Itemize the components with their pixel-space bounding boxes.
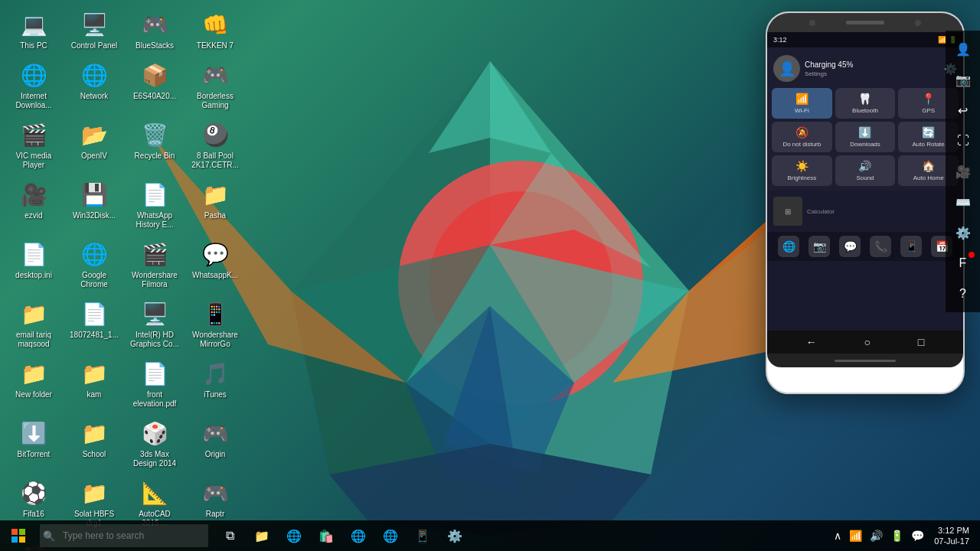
- profile-btn[interactable]: 👤: [949, 34, 978, 64]
- desktop-icon-bluestacks[interactable]: 🎮 BlueStacks: [127, 6, 182, 54]
- icon-image-pasha: 📁: [200, 179, 230, 210]
- desktop-icon-intel-hd[interactable]: 🖥️ Intel(R) HD Graphics Co...: [127, 295, 182, 352]
- phone-emulator[interactable]: 3:12 📶 🔋 👤 Charging 45% Settings ⚙️ 📶 Wi…: [766, 11, 965, 394]
- taskbar-icon-extra[interactable]: ⚙️: [439, 520, 470, 551]
- desktop-icon-new-folder[interactable]: 📁 New folder: [6, 355, 61, 412]
- taskbar-icon-task-view[interactable]: ⧉: [214, 520, 245, 551]
- phone-nav-bar[interactable]: ← ○ □: [767, 331, 963, 354]
- qs-tile-icon-wifi: 📶: [795, 93, 808, 105]
- taskbar-icon-file-explorer[interactable]: 📁: [247, 520, 277, 551]
- desktop-icon-control-panel[interactable]: 🖥️ Control Panel: [67, 6, 122, 54]
- phone-quick-settings: 👤 Charging 45% Settings ⚙️ 📶 Wi-Fi 🦷 Blu…: [767, 47, 963, 191]
- tray-action-center[interactable]: 💬: [909, 530, 926, 542]
- phone-top-bar: [767, 13, 963, 32]
- taskbar-icon-ie[interactable]: 🌐: [343, 520, 374, 551]
- qs-tile-label-sound: Sound: [856, 174, 874, 181]
- qs-tile-brightness[interactable]: ☀️ Brightness: [772, 155, 832, 186]
- phone-bottom-section: ⊞ Calculator: [770, 194, 960, 229]
- desktop-icon-tekken7[interactable]: 👊 TEKKEN 7: [188, 6, 243, 54]
- settings-btn[interactable]: ⚙️: [949, 218, 978, 247]
- icon-label-wondershare-filmora: Wondershare Filmora: [130, 271, 179, 289]
- icon-image-whatsappk: 💬: [200, 239, 230, 269]
- icon-label-control-panel: Control Panel: [71, 41, 118, 51]
- desktop-icon-front-elevation[interactable]: 📄 front elevation.pdf: [127, 355, 182, 412]
- desktop-icon-this-pc[interactable]: 💻 This PC: [6, 6, 61, 54]
- tray-battery[interactable]: 🔋: [888, 530, 906, 542]
- desktop-icon-email-tariq[interactable]: 📁 email tariq maqsood: [6, 295, 61, 352]
- phone-slide-label: Calculator: [807, 208, 957, 215]
- back-btn[interactable]: ↩: [949, 96, 978, 125]
- icon-label-email-tariq: email tariq maqsood: [9, 331, 58, 349]
- tray-show-hidden[interactable]: ∧: [831, 530, 844, 542]
- camera-btn[interactable]: 📷: [949, 65, 978, 94]
- keyboard-btn[interactable]: ⌨️: [949, 187, 978, 217]
- dock-icon-2[interactable]: 💬: [839, 236, 861, 257]
- taskbar: 🔍 ⧉📁🌐🛍️🌐🌐📱⚙️ ∧ 📶 🔊 🔋 💬 3:12 PM 07-Jul-17: [0, 520, 980, 551]
- desktop-icon-whatsapp-history[interactable]: 📄 WhatsApp History E...: [127, 176, 182, 233]
- desktop-icon-borderless-gaming[interactable]: 🎮 Borderless Gaming: [188, 57, 243, 113]
- icon-image-solar-hbfs: 📁: [79, 478, 109, 508]
- phone-status-bar: 3:12 📶 🔋: [767, 32, 963, 47]
- dock-icon-3[interactable]: 📞: [870, 236, 891, 257]
- icon-image-win32disk: 💾: [79, 179, 109, 210]
- icon-image-origin: 🎮: [200, 418, 230, 448]
- search-input[interactable]: [40, 524, 208, 547]
- phone-camera: [809, 20, 815, 26]
- desktop-icon-itunes[interactable]: 🎵 iTunes: [188, 355, 243, 412]
- desktop-icon-bittorrent[interactable]: ⬇️ BitTorrent: [6, 415, 61, 471]
- qs-tile-icon-brightness: ☀️: [795, 160, 808, 172]
- tray-volume[interactable]: 🔊: [867, 530, 885, 542]
- phone-calc-icon[interactable]: ⊞: [773, 197, 802, 226]
- icon-label-borderless-gaming: Borderless Gaming: [191, 92, 240, 110]
- qs-tile-sound[interactable]: 🔊 Sound: [835, 155, 896, 186]
- qs-tile-do-not-disturb[interactable]: 🔕 Do not disturb: [772, 122, 832, 152]
- phone-recents-btn[interactable]: □: [918, 336, 924, 348]
- taskbar-icon-store[interactable]: 🛍️: [311, 520, 341, 551]
- dock-icon-1[interactable]: 📷: [808, 236, 830, 257]
- desktop-icon-e6s40a20[interactable]: 📦 E6S40A20...: [127, 57, 182, 113]
- icon-label-itunes: iTunes: [204, 390, 227, 399]
- tray-network[interactable]: 📶: [847, 530, 864, 542]
- desktop-icon-kam[interactable]: 📁 kam: [67, 355, 122, 412]
- desktop-icon-vlc-media-player[interactable]: 🎬 VIC media Player: [6, 116, 61, 173]
- desktop-icon-18072481[interactable]: 📄 18072481_1...: [67, 295, 122, 352]
- qs-info: Charging 45% Settings: [805, 60, 939, 77]
- phone-home-bar: [767, 354, 963, 367]
- desktop-icon-openlv[interactable]: 📂 OpenIV: [67, 116, 122, 173]
- start-button[interactable]: [0, 520, 37, 551]
- taskbar-icon-connect[interactable]: 📱: [407, 520, 438, 551]
- taskbar-icon-edge[interactable]: 🌐: [279, 520, 309, 551]
- desktop-icon-recycle-bin[interactable]: 🗑️ Recycle Bin: [127, 116, 182, 173]
- desktop-icon-desktop-ini[interactable]: 📄 desktop.ini: [6, 236, 61, 292]
- desktop-icon-pasha[interactable]: 📁 Pasha: [188, 176, 243, 233]
- desktop-icon-network[interactable]: 🌐 Network: [67, 57, 122, 113]
- help-btn[interactable]: ?: [949, 279, 978, 308]
- desktop-icon-school[interactable]: 📁 School: [67, 415, 122, 471]
- taskbar-icon-chrome-taskbar[interactable]: 🌐: [375, 520, 406, 551]
- desktop-icon-origin[interactable]: 🎮 Origin: [188, 415, 243, 471]
- desktop-icon-3dsmax[interactable]: 🎲 3ds Max Design 2014: [127, 415, 182, 471]
- phone-back-btn[interactable]: ←: [806, 336, 817, 348]
- qs-tile-downloads[interactable]: ⬇️ Downloads: [835, 122, 896, 152]
- phone-home-btn[interactable]: ○: [864, 336, 871, 348]
- dock-icon-0[interactable]: 🌐: [778, 236, 799, 257]
- video-btn[interactable]: 🎥: [949, 157, 978, 186]
- icon-image-whatsapp-history: 📄: [139, 179, 170, 210]
- qs-tile-wifi[interactable]: 📶 Wi-Fi: [772, 88, 832, 119]
- dock-icon-4[interactable]: 📱: [900, 236, 922, 257]
- icon-image-bluestacks: 🎮: [139, 9, 170, 40]
- qs-tile-label-gps: GPS: [922, 107, 935, 114]
- f-btn[interactable]: F: [949, 249, 978, 278]
- desktop-icon-ezvid[interactable]: 🎥 ezvid: [6, 176, 61, 233]
- desktop-icon-8ball-pool[interactable]: 🎱 8 Ball Pool 2K17.CETR...: [188, 116, 243, 173]
- desktop-icon-whatsappk[interactable]: 💬 WhatsappK...: [188, 236, 243, 292]
- desktop-icon-internet-download[interactable]: 🌐 Internet Downloa...: [6, 57, 61, 113]
- qs-tile-bluetooth[interactable]: 🦷 Bluetooth: [835, 88, 896, 119]
- fullscreen-btn[interactable]: ⛶: [949, 126, 978, 155]
- desktop-icon-win32disk[interactable]: 💾 Win32Disk...: [67, 176, 122, 233]
- desktop-icon-google-chrome[interactable]: 🌐 Google Chrome: [67, 236, 122, 292]
- system-clock[interactable]: 3:12 PM 07-Jul-17: [929, 525, 974, 547]
- desktop-icon-wondershare-filmora[interactable]: 🎬 Wondershare Filmora: [127, 236, 182, 292]
- icon-label-kam: kam: [87, 390, 102, 399]
- desktop-icon-wondershare-mirrorgo[interactable]: 📱 Wondershare MirrorGo: [188, 295, 243, 352]
